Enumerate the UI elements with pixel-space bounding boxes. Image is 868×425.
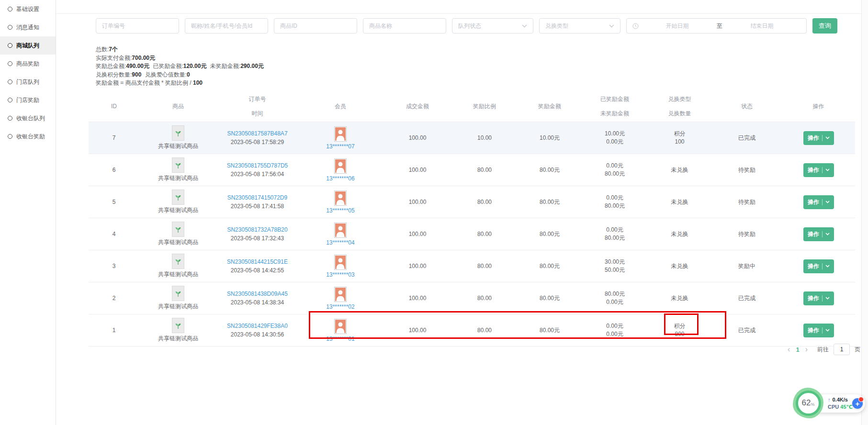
order-no-link[interactable]: SN2305081438D09A45 [227,291,288,297]
sidebar-item-1[interactable]: 消息通知 [0,18,56,36]
member-avatar[interactable] [334,223,347,238]
col-header-amount: 成交金额 [383,91,452,122]
summary-rewards: 奖励总金额:490.00元 已奖励金额:120.00元 未奖励金额:290.00… [96,62,266,71]
chevron-down-icon[interactable] [823,329,834,332]
goto-page-input[interactable] [834,344,850,355]
action-button[interactable]: 操作 [803,291,834,305]
member-search-input[interactable] [185,18,268,34]
chevron-down-icon [522,24,527,28]
member-link[interactable]: 13*******01 [326,336,354,342]
table-row: 7 共享链测试商品 SN23050817587B48A7 2023-05-08 … [89,122,855,154]
sidebar-item-5[interactable]: 门店奖励 [0,91,56,109]
scrollbar[interactable] [861,0,868,425]
summary-stats: 总数:7个 实际支付金额:700.00元 奖励总金额:490.00元 已奖励金额… [96,45,266,88]
reward-amount: 80.00元 [540,327,560,334]
chevron-down-icon[interactable] [823,136,834,139]
sidebar-item-label: 收银台队列 [16,114,45,123]
cpu-temperature: CPU 45℃ [828,403,853,411]
member-avatar[interactable] [334,158,347,174]
exchange-type: 未兑换 [647,294,712,302]
order-no-link[interactable]: SN230508144215C91E [227,258,288,265]
product-id-input[interactable] [274,18,357,34]
sidebar-item-label: 门店奖励 [16,96,39,104]
exchange-type-select[interactable]: 兑换类型 [539,18,620,34]
product-name-input[interactable] [363,18,446,34]
reward-amount: 10.00元 [540,134,560,141]
radio-circle-icon [8,134,12,139]
order-no-link[interactable]: SN2305081732A78B20 [227,226,287,233]
chevron-down-icon[interactable] [823,168,834,171]
next-page-button[interactable]: › [804,346,809,353]
search-button[interactable]: 查询 [812,18,837,34]
action-button[interactable]: 操作 [803,131,834,145]
date-separator: 至 [716,22,723,30]
status-text: 待奖励 [738,199,755,205]
member-avatar[interactable] [334,126,347,142]
product-image [172,190,184,205]
member-avatar[interactable] [334,255,347,270]
radio-circle-icon [8,7,12,11]
date-range-picker[interactable]: 开始日期 至 结束日期 [626,18,807,34]
order-no-link[interactable]: SN2305081429FE38A0 [227,323,288,329]
row-id: 3 [113,263,116,269]
action-button[interactable]: 操作 [803,227,834,241]
sidebar-item-0[interactable]: 基础设置 [0,0,56,18]
member-link[interactable]: 13*******05 [326,207,354,214]
sidebar-menu: 基础设置 消息通知 商城队列 商品奖励 门店队列 门店奖励 收银台队列 收银台奖… [0,0,56,425]
end-date-input[interactable]: 结束日期 [723,22,800,30]
page: 基础设置 消息通知 商城队列 商品奖励 门店队列 门店奖励 收银台队列 收银台奖… [0,0,868,425]
start-date-input[interactable]: 开始日期 [639,22,716,30]
member-avatar[interactable] [334,287,347,302]
plant-icon [175,290,181,297]
member-link[interactable]: 13*******04 [326,239,354,246]
member-link[interactable]: 13*******03 [326,271,354,278]
action-button[interactable]: 操作 [803,259,834,273]
plant-icon [175,129,181,137]
order-no-link[interactable]: SN2305081755D787D5 [227,162,288,169]
member-link[interactable]: 13*******06 [326,175,354,182]
member-avatar[interactable] [334,190,347,206]
sidebar-item-3[interactable]: 商品奖励 [0,55,56,73]
memory-percent-value: 62 [802,398,811,408]
monitor-plus-button[interactable]: + [852,398,863,409]
sidebar-item-4[interactable]: 门店队列 [0,73,56,91]
system-monitor-widget: ↑0.4K/s CPU 45℃ 62 % + [790,386,868,421]
reward-amount: 80.00元 [540,295,560,302]
reward-ratio: 80.00 [477,167,492,173]
sidebar-item-label: 收银台奖励 [16,133,45,141]
order-no-link[interactable]: SN23050817415072D9 [227,194,287,201]
col-header-member: 会员 [298,91,383,122]
row-id: 6 [113,167,116,173]
action-button[interactable]: 操作 [803,163,834,177]
prev-page-button[interactable]: ‹ [787,346,791,353]
status-text: 已完成 [738,134,755,141]
order-time: 2023-05-08 17:32:43 [217,235,298,242]
order-no-link[interactable]: SN23050817587B48A7 [227,130,287,137]
chevron-down-icon[interactable] [823,297,834,300]
reward-ratio: 80.00 [477,327,492,334]
member-link[interactable]: 13*******07 [326,143,354,150]
member-link[interactable]: 13*******02 [326,303,354,310]
sidebar-item-6[interactable]: 收银台队列 [0,109,56,127]
memory-percent-ring[interactable]: 62 % [793,388,823,418]
status-text: 已完成 [738,295,755,302]
queue-status-select[interactable]: 队列状态 [452,18,533,34]
row-id: 7 [113,134,116,141]
chevron-down-icon[interactable] [823,201,834,203]
order-no-input[interactable] [96,18,179,34]
sidebar-item-2[interactable]: 商城队列 [0,36,56,55]
table-row: 5 共享链测试商品 SN23050817415072D9 2023-05-08 … [89,186,855,218]
current-page-number[interactable]: 1 [796,346,799,353]
queue-table-body: 7 共享链测试商品 SN23050817587B48A7 2023-05-08 … [89,122,855,347]
exchange-qty: 100 [647,138,712,146]
member-avatar[interactable] [334,319,347,334]
action-button[interactable]: 操作 [803,195,834,209]
chevron-down-icon[interactable] [823,233,834,235]
row-id: 1 [113,327,116,334]
chevron-down-icon[interactable] [823,265,834,268]
col-header-ratio: 奖励比例 [452,91,517,122]
sidebar-item-7[interactable]: 收银台奖励 [0,127,56,145]
action-button[interactable]: 操作 [803,324,834,337]
plant-icon [175,193,181,201]
sidebar-item-label: 基础设置 [16,5,39,13]
